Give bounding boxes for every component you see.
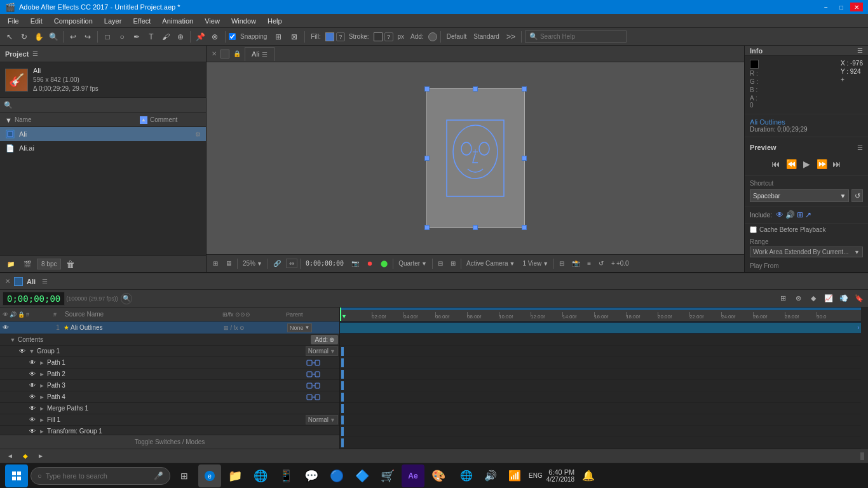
eye-path1[interactable]: 👁 [28,358,37,367]
taskbar-app1[interactable]: 📱 [275,464,297,487]
comp-snapshot[interactable]: 📸 [569,259,582,268]
pen-tool[interactable]: ✒ [130,30,144,44]
eye-path4[interactable]: 👁 [28,393,37,402]
tray-network[interactable]: 🌐 [456,464,477,487]
minimize-button[interactable]: − [820,3,832,11]
tl-keyframe-add[interactable]: ◆ [19,450,32,463]
comp-refresh-btn[interactable]: ↺ [596,259,606,268]
taskbar-store[interactable]: 🛒 [376,464,399,487]
layer-row-path3[interactable]: 👁 ► Path 3 [0,380,339,391]
tray-wifi[interactable]: 📶 [505,464,525,487]
fold-fill1[interactable]: ► [38,416,46,424]
roto-tool[interactable]: ⊗ [208,30,222,44]
range-value-display[interactable]: Work Area Extended By Current... ▼ [750,247,863,257]
workspace-expand[interactable]: >> [504,30,518,44]
tl-search-btn[interactable]: 🔍 [121,293,132,304]
time-display[interactable]: 0;00;00;00 [3,292,65,306]
handle-ml[interactable] [424,156,430,161]
comp-layers-btn[interactable]: ≡ [585,259,593,268]
zoom-tool[interactable]: 🔍 [46,30,60,44]
project-search-input[interactable] [15,102,202,109]
fold-path2[interactable]: ► [38,370,46,378]
blend-group1[interactable]: Normal ▼ [306,346,338,356]
snap-icon2[interactable]: ⊠ [287,30,301,44]
comp-camera-btn[interactable]: 📷 [349,259,362,268]
handle-tm[interactable] [473,86,478,92]
taskbar-chat[interactable]: 💬 [300,464,323,487]
handle-tr[interactable] [522,86,527,92]
close-button[interactable]: ✕ [850,3,863,11]
menu-edit[interactable]: Edit [25,16,48,26]
stamp-tool[interactable]: ⊕ [173,30,187,44]
eye-path2[interactable]: 👁 [28,370,37,379]
shortcut-reset-btn[interactable]: ↺ [851,189,863,202]
include-export-icon[interactable]: ↗ [805,210,811,219]
taskbar-chrome[interactable]: 🌐 [249,464,272,487]
cache-checkbox[interactable] [750,226,757,233]
preview-menu-btn[interactable]: ☰ [857,144,863,151]
comp-resize-btn[interactable]: ⇔ [286,259,297,268]
project-item-ali[interactable]: Ali ⚙ [0,127,206,141]
ellipse-tool[interactable]: ○ [115,30,129,44]
taskbar-edge[interactable]: e [198,464,221,487]
fill-color[interactable] [325,32,334,41]
pin-tool[interactable]: 📌 [193,30,207,44]
next-frame-btn[interactable]: ⏩ [815,158,828,170]
brush-tool[interactable]: 🖌 [159,30,173,44]
include-overflow-icon[interactable]: ⊞ [797,210,803,219]
fold-merge[interactable]: ► [38,405,46,412]
comp-toggle-btn[interactable]: ⊟ [435,259,445,268]
fold-contents[interactable]: ▼ [9,336,17,344]
comp-quality-display[interactable]: Quarter ▼ [396,259,430,268]
taskbar-search-input[interactable] [46,472,150,480]
layer-star[interactable]: ★ [64,324,69,331]
tl-comp-settings[interactable]: ⊞ [776,292,789,305]
maximize-button[interactable]: □ [835,3,848,11]
taskbar-ae[interactable]: Ae [402,464,424,487]
comp-time-display[interactable]: 0;00;00;00 [303,259,346,268]
select-tool[interactable]: ↖ [3,30,17,44]
menu-window[interactable]: Window [226,16,261,26]
parent-select[interactable]: None ▼ [287,323,312,332]
comp-close-btn[interactable]: ✕ [212,50,217,57]
text-tool[interactable]: T [144,30,158,44]
comp-monitor-btn[interactable]: 🖥 [223,259,234,268]
menu-composition[interactable]: Composition [49,16,98,26]
handle-br[interactable] [522,225,527,230]
menu-file[interactable]: File [3,16,24,26]
undo-btn[interactable]: ↩ [66,30,80,44]
eye-merge[interactable]: 👁 [28,404,37,413]
zoom-handle[interactable] [860,452,864,460]
stroke-color[interactable] [374,32,383,41]
handle-bl[interactable] [424,225,430,230]
tl-markers[interactable]: 🔖 [853,292,865,305]
layer-row-merge-paths1[interactable]: 👁 ► Merge Paths 1 [0,403,339,414]
delete-btn[interactable]: 🗑 [64,257,78,271]
snapping-checkbox[interactable] [229,33,236,40]
taskbar-creative[interactable]: 🎨 [427,464,450,487]
layer-row-ali-outlines[interactable]: 👁 1 ★ Ali Outlines ⊞ / fx ⊙ None ▼ [0,322,339,334]
menu-animation[interactable]: Animation [157,16,198,26]
taskbar-task-view[interactable]: ⊞ [173,464,196,487]
comp-view-count[interactable]: 1 View ▼ [520,259,551,268]
tray-volume[interactable]: 🔊 [480,464,501,487]
fold-group1[interactable]: ▼ [28,348,36,355]
rect-tool[interactable]: □ [100,30,114,44]
comp-record-btn[interactable]: ⏺ [364,259,376,268]
handle-tl[interactable] [424,86,430,92]
tl-keyframe-btn[interactable]: ◆ [807,292,820,305]
taskbar-search-bar[interactable]: ○ 🎤 [31,467,170,485]
layer-row-fill1[interactable]: 👁 ► Fill 1 Normal ▼ [0,414,339,426]
comp-link-btn[interactable]: 🔗 [271,259,283,268]
tl-keyframe-nav2[interactable]: ► [34,450,47,463]
include-audio-icon[interactable]: 🔊 [785,210,795,219]
hand-tool[interactable]: ✋ [32,30,46,44]
handle-mr[interactable] [522,156,527,161]
handle-bm[interactable] [473,225,478,230]
fold-transform[interactable]: ► [38,428,46,435]
new-folder-btn[interactable]: 📁 [4,257,18,271]
comp-tab-menu[interactable]: ☰ [262,51,268,58]
tl-keyframe-nav1[interactable]: ◄ [4,450,17,463]
comp-grid-btn[interactable]: ⊞ [448,259,458,268]
timeline-menu-btn[interactable]: ☰ [42,278,48,285]
